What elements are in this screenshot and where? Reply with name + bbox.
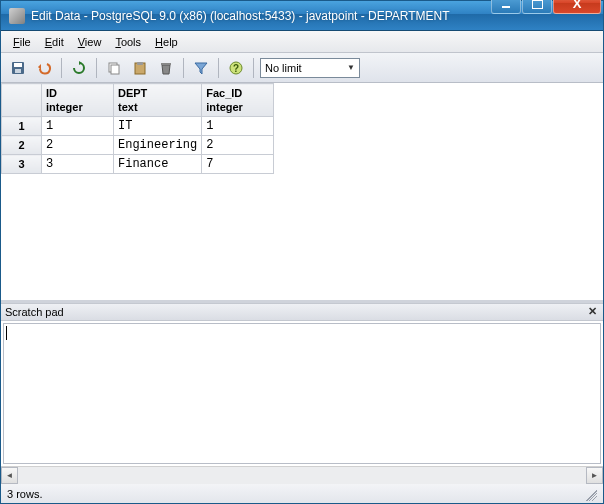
paste-icon[interactable] — [129, 57, 151, 79]
toolbar: ? No limit ▼ — [1, 53, 603, 83]
cell[interactable]: 3 — [42, 155, 114, 174]
scratch-pad-header[interactable]: Scratch pad ✕ — [1, 303, 603, 321]
close-button[interactable]: X — [553, 0, 601, 14]
svg-rect-2 — [15, 69, 21, 73]
svg-rect-6 — [137, 62, 143, 65]
toolbar-separator — [61, 58, 62, 78]
scratch-pad-panel: Scratch pad ✕ ◄ ► — [1, 303, 603, 483]
save-icon[interactable] — [7, 57, 29, 79]
cell[interactable]: IT — [114, 117, 202, 136]
table-row[interactable]: 22Engineering2 — [2, 136, 274, 155]
svg-rect-7 — [161, 63, 171, 65]
window-controls: X — [490, 0, 601, 13]
column-header[interactable]: IDinteger — [42, 84, 114, 117]
svg-rect-1 — [14, 63, 22, 67]
menubar: File Edit View Tools Help — [1, 31, 603, 53]
cell[interactable]: 1 — [202, 117, 274, 136]
scratch-pad-title: Scratch pad — [5, 306, 585, 318]
row-limit-select[interactable]: No limit ▼ — [260, 58, 360, 78]
cell[interactable]: 1 — [42, 117, 114, 136]
row-header[interactable]: 1 — [2, 117, 42, 136]
row-header[interactable]: 2 — [2, 136, 42, 155]
scroll-right-icon[interactable]: ► — [586, 467, 603, 484]
toolbar-separator — [253, 58, 254, 78]
toolbar-separator — [183, 58, 184, 78]
status-text: 3 rows. — [7, 488, 42, 500]
row-limit-label: No limit — [265, 62, 302, 74]
resize-grip-icon[interactable] — [583, 487, 597, 501]
scratch-pad-input[interactable] — [3, 323, 601, 464]
svg-rect-4 — [111, 65, 119, 74]
toolbar-separator — [96, 58, 97, 78]
toolbar-separator — [218, 58, 219, 78]
table-row[interactable]: 33Finance7 — [2, 155, 274, 174]
maximize-button[interactable] — [522, 0, 552, 14]
window-title: Edit Data - PostgreSQL 9.0 (x86) (localh… — [31, 9, 490, 23]
titlebar[interactable]: Edit Data - PostgreSQL 9.0 (x86) (localh… — [1, 1, 603, 31]
column-header[interactable]: DEPTtext — [114, 84, 202, 117]
scroll-left-icon[interactable]: ◄ — [1, 467, 18, 484]
cell[interactable]: Engineering — [114, 136, 202, 155]
menu-view[interactable]: View — [72, 34, 108, 50]
app-window: Edit Data - PostgreSQL 9.0 (x86) (localh… — [0, 0, 604, 504]
content-area: IDintegerDEPTtextFac_IDinteger 11IT122En… — [1, 83, 603, 483]
menu-help[interactable]: Help — [149, 34, 184, 50]
cell[interactable]: 2 — [42, 136, 114, 155]
svg-text:?: ? — [233, 63, 239, 74]
minimize-button[interactable] — [491, 0, 521, 14]
grid-corner[interactable] — [2, 84, 42, 117]
column-header[interactable]: Fac_IDinteger — [202, 84, 274, 117]
dropdown-arrow-icon: ▼ — [347, 63, 355, 72]
refresh-icon[interactable] — [68, 57, 90, 79]
status-bar: 3 rows. — [1, 483, 603, 503]
scratch-close-icon[interactable]: ✕ — [585, 305, 599, 319]
menu-file[interactable]: File — [7, 34, 37, 50]
delete-icon[interactable] — [155, 57, 177, 79]
cell[interactable]: 7 — [202, 155, 274, 174]
row-header[interactable]: 3 — [2, 155, 42, 174]
menu-edit[interactable]: Edit — [39, 34, 70, 50]
table-row[interactable]: 11IT1 — [2, 117, 274, 136]
scroll-track[interactable] — [18, 467, 586, 484]
menu-tools[interactable]: Tools — [109, 34, 147, 50]
copy-icon[interactable] — [103, 57, 125, 79]
data-grid[interactable]: IDintegerDEPTtextFac_IDinteger 11IT122En… — [1, 83, 274, 174]
cell[interactable]: 2 — [202, 136, 274, 155]
undo-icon[interactable] — [33, 57, 55, 79]
help-icon[interactable]: ? — [225, 57, 247, 79]
filter-icon[interactable] — [190, 57, 212, 79]
data-grid-pane[interactable]: IDintegerDEPTtextFac_IDinteger 11IT122En… — [1, 83, 603, 303]
horizontal-scrollbar[interactable]: ◄ ► — [1, 466, 603, 483]
app-icon — [9, 8, 25, 24]
cell[interactable]: Finance — [114, 155, 202, 174]
